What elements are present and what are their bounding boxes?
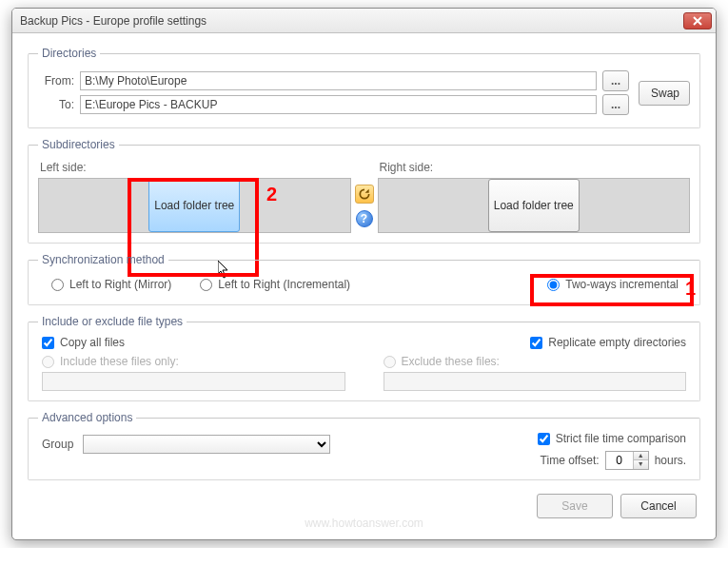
include-exclude-group: Include or exclude file types Copy all f… (28, 315, 700, 401)
title-bar: Backup Pics - Europe profile settings (12, 9, 716, 33)
to-label: To: (38, 98, 74, 111)
sync-incremental-option[interactable]: Left to Right (Incremental) (200, 278, 350, 291)
sync-twoways-option[interactable]: Two-ways incremental (547, 278, 686, 291)
hours-label: hours. (655, 454, 686, 467)
time-offset-value[interactable] (606, 452, 633, 469)
watermark-text: www.howtoanswer.com (28, 517, 700, 530)
right-side-label: Right side: (380, 161, 691, 174)
sync-icon[interactable] (355, 185, 374, 204)
spin-down-icon[interactable]: ▼ (633, 460, 648, 469)
from-path-input[interactable] (80, 71, 597, 90)
advanced-legend: Advanced options (38, 411, 136, 424)
right-folder-panel: Load folder tree (378, 178, 691, 233)
include-only-input (42, 372, 345, 391)
window-body: Directories From: ... To: ... Swap (12, 33, 716, 539)
close-button[interactable] (683, 12, 712, 29)
time-offset-label: Time offset: (541, 454, 600, 467)
left-folder-panel: Load folder tree (38, 178, 351, 233)
refresh-icon (358, 187, 371, 201)
help-icon[interactable]: ? (356, 210, 373, 227)
close-icon (693, 16, 702, 26)
include-exclude-legend: Include or exclude file types (38, 315, 187, 328)
directories-group: Directories From: ... To: ... Swap (28, 47, 700, 128)
sync-mirror-option[interactable]: Left to Right (Mirror) (51, 278, 171, 291)
exclude-option: Exclude these files: (384, 355, 687, 368)
directories-legend: Directories (38, 47, 100, 60)
swap-button[interactable]: Swap (639, 81, 690, 106)
exclude-input (384, 372, 687, 391)
subdirectories-legend: Subdirectories (38, 138, 119, 151)
settings-window: Backup Pics - Europe profile settings Di… (11, 8, 717, 540)
time-offset-spinner[interactable]: ▲ ▼ (605, 451, 649, 470)
save-button: Save (537, 494, 613, 518)
group-combobox[interactable] (83, 435, 330, 454)
sync-method-legend: Synchronization method (38, 253, 168, 266)
replicate-empty-checkbox[interactable]: Replicate empty directories (530, 336, 686, 349)
window-title: Backup Pics - Europe profile settings (20, 14, 207, 28)
load-folder-right-button[interactable]: Load folder tree (488, 179, 580, 232)
left-side-label: Left side: (40, 161, 351, 174)
include-only-option: Include these files only: (42, 355, 345, 368)
browse-from-button[interactable]: ... (602, 70, 629, 91)
browse-to-button[interactable]: ... (602, 94, 629, 115)
sync-method-group: Synchronization method Left to Right (Mi… (28, 253, 700, 305)
subdirectories-group: Subdirectories Left side: Load folder tr… (28, 138, 700, 244)
cancel-button[interactable]: Cancel (620, 494, 697, 518)
load-folder-left-button[interactable]: Load folder tree (148, 179, 240, 232)
spin-up-icon[interactable]: ▲ (633, 452, 648, 460)
group-label: Group (42, 438, 73, 451)
to-path-input[interactable] (80, 95, 597, 114)
advanced-group: Advanced options Group Strict file time … (28, 411, 700, 480)
strict-time-checkbox[interactable]: Strict file time comparison (538, 432, 686, 445)
copy-all-files-checkbox[interactable]: Copy all files (42, 336, 125, 349)
from-label: From: (38, 74, 74, 88)
